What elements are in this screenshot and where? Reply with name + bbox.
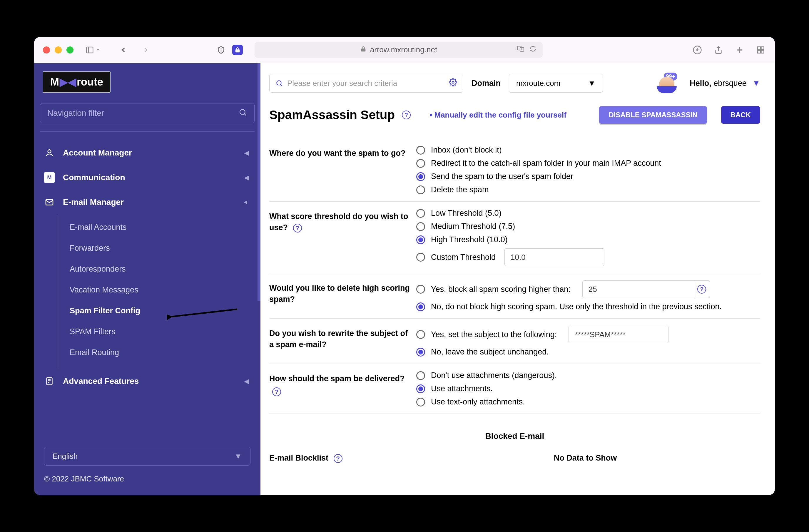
nav-filter-input[interactable]: Navigation filter: [40, 103, 255, 123]
help-icon[interactable]: ?: [272, 388, 281, 396]
chevron-down-icon: ▼: [752, 79, 760, 88]
sidebar-item-label: Communication: [63, 173, 125, 182]
radio-highscore-yes[interactable]: Yes, block all spam scoring higher than:…: [416, 280, 760, 298]
traffic-lights: [43, 47, 73, 53]
radio-delivery-attach[interactable]: Use attachments.: [416, 384, 760, 393]
blocklist-label: E-mail Blocklist ?: [269, 453, 410, 464]
section-label-spam-dest: Where do you want the spam to go?: [269, 145, 410, 194]
svg-rect-3: [517, 46, 521, 50]
radio-delivery-text-attach[interactable]: Use text-only attachments.: [416, 397, 760, 407]
chevron-right-icon: ◀: [244, 378, 249, 385]
maximize-window-button[interactable]: [66, 47, 73, 53]
password-manager-icon[interactable]: [232, 45, 243, 55]
custom-threshold-input[interactable]: [504, 248, 604, 266]
radio-threshold-low[interactable]: Low Threshold (5.0): [416, 209, 760, 218]
domain-label: Domain: [471, 79, 501, 88]
greeting-prefix: Hello,: [690, 79, 713, 88]
radio-threshold-medium[interactable]: Medium Threshold (7.5): [416, 222, 760, 231]
manual-edit-link[interactable]: • Manually edit the config file yourself: [430, 110, 567, 120]
domain-select[interactable]: mxroute.com ▼: [509, 74, 603, 92]
highscore-value-input[interactable]: [582, 280, 694, 298]
svg-point-17: [452, 81, 454, 83]
sidebar-sub-email-accounts[interactable]: E-mail Accounts: [58, 217, 260, 238]
greeting[interactable]: Hello, ebrsquee ▼: [690, 79, 760, 88]
help-icon[interactable]: ?: [293, 224, 302, 233]
minimize-window-button[interactable]: [55, 47, 62, 53]
svg-rect-4: [520, 48, 524, 51]
gear-icon[interactable]: [449, 78, 457, 88]
language-value: English: [53, 452, 78, 461]
help-icon[interactable]: ?: [694, 280, 710, 298]
search-icon: [238, 108, 247, 119]
close-window-button[interactable]: [43, 47, 50, 53]
rewrite-subject-input[interactable]: [569, 326, 669, 343]
translate-icon[interactable]: [517, 45, 524, 55]
radio-spam-redirect[interactable]: Redirect it to the catch-all spam folder…: [416, 159, 760, 168]
url-text: arrow.mxrouting.net: [370, 45, 437, 54]
sidebar-sub-email-routing[interactable]: Email Routing: [58, 342, 260, 363]
tabs-overview-icon[interactable]: [756, 45, 766, 55]
greeting-user: ebrsquee: [713, 79, 747, 88]
radio-spam-inbox[interactable]: Inbox (don't block it): [416, 145, 760, 155]
svg-point-15: [277, 81, 281, 85]
sidebar-sub-autoresponders[interactable]: Autoresponders: [58, 259, 260, 279]
language-select[interactable]: English ▼: [44, 447, 251, 466]
sidebar-toggle-button[interactable]: [85, 46, 101, 54]
svg-rect-8: [758, 50, 760, 53]
sidebar-sub-spam-filter-config[interactable]: Spam Filter Config: [58, 301, 260, 321]
svg-line-11: [244, 114, 246, 116]
address-bar[interactable]: arrow.mxrouting.net: [255, 42, 543, 58]
page-title: SpamAssassin Setup: [269, 108, 395, 122]
sidebar-sub-spam-filters[interactable]: SPAM Filters: [58, 321, 260, 342]
svg-rect-9: [761, 50, 764, 53]
new-tab-icon[interactable]: [734, 45, 745, 55]
sidebar-item-account-manager[interactable]: Account Manager ◀: [34, 140, 260, 165]
domain-value: mxroute.com: [516, 79, 560, 88]
sidebar-sub-forwarders[interactable]: Forwarders: [58, 238, 260, 259]
nav-filter-placeholder: Navigation filter: [47, 108, 104, 118]
svg-rect-7: [761, 47, 764, 49]
browser-window: arrow.mxrouting.net: [34, 37, 775, 495]
lock-icon: [360, 45, 366, 54]
advanced-icon: [44, 376, 55, 387]
nav-forward-button[interactable]: [140, 45, 151, 55]
downloads-icon[interactable]: [692, 45, 703, 55]
disable-spamassassin-button[interactable]: DISABLE SPAMASSASSIN: [599, 106, 707, 124]
divider: [40, 131, 255, 132]
section-label-delivery: How should the spam be delivered? ?: [269, 371, 410, 407]
search-placeholder: Please enter your search criteria: [287, 79, 397, 88]
radio-threshold-custom[interactable]: Custom Threshold: [416, 248, 760, 266]
avatar[interactable]: 99+: [658, 74, 675, 92]
sidebar-item-label: E-mail Manager: [63, 198, 124, 207]
radio-rewrite-no[interactable]: No, leave the subject unchanged.: [416, 347, 760, 357]
radio-threshold-high[interactable]: High Threshold (10.0): [416, 235, 760, 244]
copyright-text: © 2022 JBMC Software: [44, 475, 251, 483]
sidebar-item-communication[interactable]: M Communication ◀: [34, 165, 260, 190]
radio-delivery-no-attach[interactable]: Don't use attachments (dangerous).: [416, 371, 760, 380]
sidebar-sub-vacation-messages[interactable]: Vacation Messages: [58, 279, 260, 301]
reload-icon[interactable]: [529, 45, 537, 55]
chevron-down-icon: ▼: [588, 79, 596, 88]
help-icon[interactable]: ?: [402, 110, 411, 119]
section-label-threshold: What score threshold do you wish to use?…: [269, 209, 410, 266]
sidebar-item-email-manager[interactable]: E-mail Manager ▼: [34, 190, 260, 214]
shield-icon[interactable]: [216, 45, 226, 55]
radio-rewrite-yes[interactable]: Yes, set the subject to the following:: [416, 326, 760, 343]
browser-chrome: arrow.mxrouting.net: [34, 37, 775, 63]
back-button[interactable]: BACK: [721, 106, 760, 124]
blocked-email-header: Blocked E-mail: [269, 431, 760, 441]
share-icon[interactable]: [713, 45, 724, 55]
section-label-rewrite: Do you wish to rewrite the subject of a …: [269, 326, 410, 357]
sidebar-item-advanced-features[interactable]: Advanced Features ◀: [34, 369, 260, 394]
nav-back-button[interactable]: [118, 45, 129, 55]
app-shell: M▶◀route Navigation filter Account Manag…: [34, 63, 775, 495]
radio-highscore-no[interactable]: No, do not block high scoring spam. Use …: [416, 302, 760, 311]
sidebar: M▶◀route Navigation filter Account Manag…: [34, 63, 260, 495]
radio-spam-delete[interactable]: Delete the spam: [416, 185, 760, 194]
chevron-down-icon: ▼: [234, 452, 242, 461]
svg-point-12: [48, 150, 51, 153]
search-input[interactable]: Please enter your search criteria: [269, 74, 463, 92]
help-icon[interactable]: ?: [334, 454, 343, 463]
radio-spam-user-folder[interactable]: Send the spam to the user's spam folder: [416, 172, 760, 181]
svg-rect-6: [758, 47, 760, 49]
